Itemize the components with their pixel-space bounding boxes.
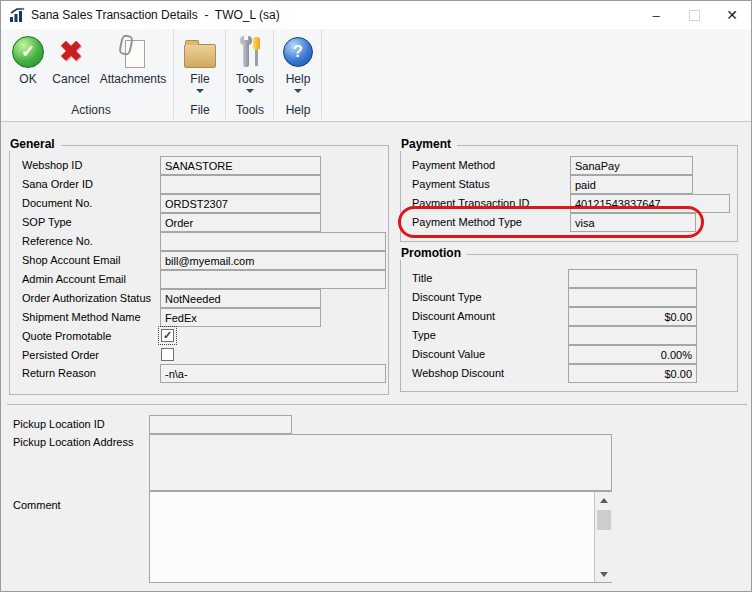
scroll-down-button[interactable] <box>596 566 612 582</box>
payment-status-label: Payment Status <box>412 178 490 190</box>
attachments-button-label: Attachments <box>95 72 171 86</box>
promotion-group-title: Promotion <box>400 246 467 260</box>
discount-type-label: Discount Type <box>412 291 482 303</box>
sana-order-id-label: Sana Order ID <box>22 178 93 190</box>
return-reason-field[interactable]: -n\a- <box>160 364 386 383</box>
ribbon-group-help: Help <box>277 103 319 117</box>
window-title: Sana Sales Transaction Details - TWO_L (… <box>31 8 280 22</box>
chevron-down-icon <box>294 89 302 93</box>
discount-amount-label: Discount Amount <box>412 310 495 322</box>
comment-field[interactable] <box>149 491 612 583</box>
webshop-id-label: Webshop ID <box>22 159 82 171</box>
help-button-label: Help <box>277 72 319 86</box>
promotion-title-label: Title <box>412 272 432 284</box>
tools-wrench-icon <box>234 35 266 69</box>
shipment-method-name-field[interactable]: FedEx <box>160 308 321 327</box>
quote-promotable-checkbox[interactable]: ✓ <box>161 329 174 342</box>
scroll-up-icon <box>600 498 608 503</box>
payment-group-title: Payment <box>400 137 457 151</box>
attachment-paperclip-icon <box>117 35 149 69</box>
persisted-order-checkbox[interactable] <box>161 348 174 361</box>
sop-type-field[interactable]: Order <box>160 213 321 232</box>
payment-groupbox: Payment Payment Method SanaPay Payment S… <box>400 145 738 242</box>
scroll-up-button[interactable] <box>596 492 612 508</box>
ok-button-label: OK <box>9 72 47 86</box>
general-group-title: General <box>9 137 61 151</box>
help-menu-button[interactable]: ? Help <box>277 34 319 93</box>
scrollbar-thumb[interactable] <box>597 510 611 530</box>
payment-transaction-id-field[interactable]: 40121543837647 <box>570 194 730 213</box>
sana-order-id-field[interactable] <box>160 175 321 194</box>
sop-type-label: SOP Type <box>22 216 72 228</box>
cancel-x-icon: ✖ <box>59 37 82 67</box>
titlebar: Sana Sales Transaction Details - TWO_L (… <box>1 1 751 30</box>
return-reason-label: Return Reason <box>22 367 96 379</box>
chevron-down-icon <box>246 89 254 93</box>
document-no-field[interactable]: ORDST2307 <box>160 194 321 213</box>
pickup-location-address-label: Pickup Location Address <box>13 436 133 448</box>
admin-account-email-label: Admin Account Email <box>22 273 126 285</box>
section-divider <box>7 404 747 405</box>
sana-sales-transaction-details-window: Sana Sales Transaction Details - TWO_L (… <box>0 0 752 592</box>
ok-button[interactable]: ✓ OK <box>9 34 47 86</box>
scroll-down-icon <box>600 572 608 577</box>
ribbon-separator <box>225 30 226 119</box>
maximize-icon <box>689 10 700 21</box>
comment-label: Comment <box>13 499 61 511</box>
minimize-icon: – <box>652 8 659 23</box>
payment-transaction-id-label: Payment Transaction ID <box>412 197 529 209</box>
close-button[interactable]: ✕ <box>713 1 751 29</box>
cancel-button-label: Cancel <box>49 72 93 86</box>
reference-no-label: Reference No. <box>22 235 93 247</box>
chevron-down-icon <box>196 89 204 93</box>
file-menu-button[interactable]: File <box>177 34 223 93</box>
pickup-location-id-field[interactable] <box>149 415 292 434</box>
ribbon-group-tools: Tools <box>229 103 271 117</box>
order-authorization-status-field[interactable]: NotNeeded <box>160 289 321 308</box>
type-field[interactable] <box>568 326 697 345</box>
quote-promotable-label: Quote Promotable <box>22 330 111 342</box>
close-icon: ✕ <box>726 7 738 23</box>
help-question-icon: ? <box>283 37 313 67</box>
ribbon-separator <box>173 30 174 119</box>
ribbon-group-actions: Actions <box>9 103 173 117</box>
payment-status-field[interactable]: paid <box>570 175 693 194</box>
payment-method-label: Payment Method <box>412 159 495 171</box>
shop-account-email-label: Shop Account Email <box>22 254 120 266</box>
webshop-discount-field[interactable]: $0.00 <box>568 364 697 383</box>
minimize-button[interactable]: – <box>637 1 675 29</box>
pickup-location-id-label: Pickup Location ID <box>13 418 105 430</box>
file-button-label: File <box>177 72 223 86</box>
tools-menu-button[interactable]: Tools <box>229 34 271 93</box>
discount-value-field[interactable]: 0.00% <box>568 345 697 364</box>
promotion-title-field[interactable] <box>568 269 697 288</box>
admin-account-email-field[interactable] <box>160 270 386 289</box>
shipment-method-name-label: Shipment Method Name <box>22 311 141 323</box>
comment-scrollbar[interactable] <box>594 492 612 582</box>
payment-method-type-label: Payment Method Type <box>412 216 522 228</box>
webshop-id-field[interactable]: SANASTORE <box>160 156 321 175</box>
folder-icon <box>184 44 216 68</box>
payment-method-field[interactable]: SanaPay <box>570 156 693 175</box>
shop-account-email-field[interactable]: bill@myemail.com <box>160 251 386 270</box>
document-no-label: Document No. <box>22 197 92 209</box>
discount-value-label: Discount Value <box>412 348 485 360</box>
type-label: Type <box>412 329 436 341</box>
payment-method-type-field[interactable]: visa <box>570 213 696 232</box>
maximize-button <box>675 1 713 29</box>
webshop-discount-label: Webshop Discount <box>412 367 504 379</box>
attachments-button[interactable]: Attachments <box>95 34 171 86</box>
discount-type-field[interactable] <box>568 288 697 307</box>
reference-no-field[interactable] <box>160 232 386 251</box>
cancel-button[interactable]: ✖ Cancel <box>49 34 93 86</box>
ok-check-icon: ✓ <box>12 36 44 68</box>
ribbon-separator <box>273 30 274 119</box>
ribbon-separator <box>321 30 322 119</box>
tools-button-label: Tools <box>229 72 271 86</box>
app-bar-chart-icon <box>9 7 25 23</box>
general-groupbox: General Webshop ID SANASTORE Sana Order … <box>9 145 389 395</box>
discount-amount-field[interactable]: $0.00 <box>568 307 697 326</box>
order-authorization-status-label: Order Authorization Status <box>22 292 151 304</box>
persisted-order-label: Persisted Order <box>22 349 99 361</box>
pickup-location-address-field[interactable] <box>149 434 612 491</box>
